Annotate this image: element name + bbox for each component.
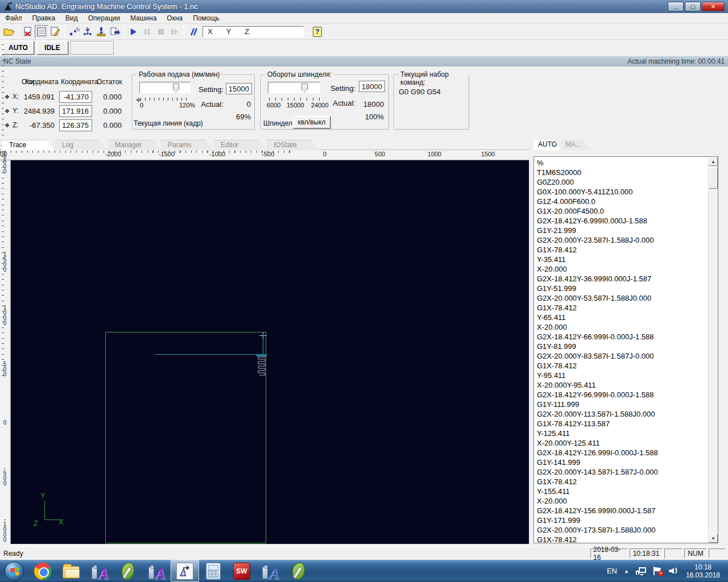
gcode-line[interactable]: G2X-20.000Y-83.587I-1.587J-0.000 xyxy=(534,351,708,361)
stop-icon[interactable] xyxy=(154,25,168,39)
axis-select-field[interactable]: X Y Z xyxy=(202,26,304,38)
help-icon[interactable] xyxy=(311,26,324,38)
gcode-line[interactable]: G2X-20.000Y-53.587I-1.588J0.000 xyxy=(534,293,708,303)
gcode-line[interactable]: G2X-18.412Y-156.999I0.000J-1.587 xyxy=(534,506,708,516)
auto-mode-button[interactable]: AUTO xyxy=(2,41,34,55)
calculator-icon[interactable] xyxy=(199,560,228,582)
gcode-line[interactable]: G1X-20.000F4500.0 xyxy=(534,206,708,216)
gcode-line[interactable]: G1X-78.412 xyxy=(534,477,708,487)
gcode-line[interactable]: G2X-20.000Y-143.587I-1.587J-0.000 xyxy=(534,467,708,477)
tab-auto[interactable]: AUTO xyxy=(533,140,561,150)
spindle-toggle-button[interactable]: квл/выкл xyxy=(293,116,330,128)
wireless-icon[interactable] xyxy=(67,25,81,39)
scrollbar-thumb[interactable] xyxy=(709,167,718,189)
gcode-line[interactable]: X-20.000Y-95.411 xyxy=(534,380,708,390)
maximize-button[interactable] xyxy=(685,2,701,11)
feed-slider-thumb[interactable] xyxy=(173,84,179,93)
idle-state-button[interactable]: IDLE xyxy=(36,41,68,55)
green-pen-app-icon-2[interactable] xyxy=(284,560,313,582)
simulate-icon[interactable] xyxy=(187,25,200,39)
scroll-up-icon[interactable] xyxy=(709,157,718,166)
windows-start-icon[interactable] xyxy=(0,560,28,582)
action-center-icon[interactable] xyxy=(653,567,662,575)
menu-item[interactable]: Помощь xyxy=(188,13,224,23)
menu-item[interactable]: Окна xyxy=(162,13,188,23)
gcode-line[interactable]: Y-95.411 xyxy=(534,371,708,380)
step-icon[interactable] xyxy=(168,25,181,39)
gcode-line[interactable]: X-20.000 xyxy=(534,264,708,274)
tool-origin-icon[interactable] xyxy=(94,25,108,39)
gcode-line[interactable]: X-20.000 xyxy=(534,496,708,506)
antenna-down-icon[interactable] xyxy=(81,25,94,39)
work-coord-x[interactable]: -41.370 xyxy=(59,91,92,103)
ncstudio-icon[interactable] xyxy=(171,560,199,582)
pause-icon[interactable] xyxy=(140,25,154,39)
cnc-app-purple-icon[interactable]: A xyxy=(85,560,114,582)
cnc-app-blue-icon[interactable]: A xyxy=(256,560,284,582)
green-pen-app-icon[interactable] xyxy=(114,560,142,582)
gcode-line[interactable]: G1X-78.412 xyxy=(534,245,708,255)
gcode-line[interactable]: G2X-18.412Y-126.999I-0.000J-1.588 xyxy=(534,448,708,458)
tray-expand-icon[interactable] xyxy=(624,568,629,574)
gcode-line[interactable]: Y-155.411 xyxy=(534,487,708,496)
gcode-line[interactable]: G0X-100.000Y-5.411Z10.000 xyxy=(534,187,708,197)
gcode-line[interactable]: G1Y-21.999 xyxy=(534,226,708,235)
gcode-line[interactable]: G1Z-4.000F600.0 xyxy=(534,197,708,206)
gcode-line[interactable]: T1M6S20000 xyxy=(534,168,708,177)
tab-trace[interactable]: Trace xyxy=(2,140,55,150)
tab-iostate[interactable]: IOState xyxy=(267,140,319,150)
gcode-line[interactable]: G1X-78.412 xyxy=(534,303,708,313)
gcode-line[interactable]: G1Y-51.999 xyxy=(534,284,708,293)
gcode-scrollbar[interactable] xyxy=(708,157,718,543)
gcode-line[interactable]: X-20.000Y-125.411 xyxy=(534,438,708,448)
tab-log[interactable]: Log xyxy=(55,140,107,150)
close-button[interactable] xyxy=(702,2,725,11)
menu-item[interactable]: Вид xyxy=(60,13,83,23)
gcode-line[interactable]: Y-35.411 xyxy=(534,255,708,264)
gcode-line[interactable]: G1Y-111.999 xyxy=(534,400,708,409)
gcode-line[interactable]: G2X-18.412Y-36.999I0.000J-1.587 xyxy=(534,274,708,284)
play-icon[interactable] xyxy=(127,25,140,39)
tab-params[interactable]: Params xyxy=(161,140,213,150)
work-coord-z[interactable]: 126.375 xyxy=(59,119,92,131)
gcode-line[interactable]: Y-65.411 xyxy=(534,313,708,322)
gcode-line[interactable]: % xyxy=(534,158,708,168)
network-icon[interactable] xyxy=(636,567,646,575)
tab-editor[interactable]: Editor xyxy=(214,140,266,150)
chrome-icon[interactable] xyxy=(28,560,57,582)
gcode-line[interactable]: G1Y-171.999 xyxy=(534,516,708,525)
file-explorer-icon[interactable] xyxy=(57,560,85,582)
view-list-icon[interactable] xyxy=(35,25,48,39)
language-indicator[interactable]: EN xyxy=(607,567,617,575)
spindle-setting-box[interactable]: 18000 xyxy=(359,81,385,92)
feed-setting-box[interactable]: 15000 xyxy=(226,83,252,94)
open-file-icon[interactable] xyxy=(2,25,16,39)
gcode-line[interactable]: G2X-20.000Y-113.587I-1.588J0.000 xyxy=(534,409,708,419)
menu-item[interactable]: Машина xyxy=(125,13,162,23)
cnc-app-purple-icon-2[interactable]: A xyxy=(142,560,171,582)
load-program-icon[interactable] xyxy=(108,25,122,39)
menu-item[interactable]: Файл xyxy=(0,13,27,23)
gcode-line[interactable]: Y-125.411 xyxy=(534,429,708,438)
spindle-slider[interactable] xyxy=(268,82,320,93)
tab-manager[interactable]: Manager xyxy=(108,140,160,150)
tab-manual[interactable]: MA... xyxy=(561,140,590,150)
gcode-line[interactable]: G1X-78.412 xyxy=(534,361,708,371)
volume-icon[interactable] xyxy=(669,567,679,575)
gcode-line[interactable]: X-20.000 xyxy=(534,322,708,332)
gcode-line[interactable]: G2X-18.412Y-66.999I-0.000J-1.588 xyxy=(534,332,708,342)
gcode-line[interactable]: G2X-20.000Y-173.587I-1.588J0.000 xyxy=(534,525,708,535)
work-coord-y[interactable]: 171.916 xyxy=(59,105,92,117)
gcode-line[interactable]: G2X-18.412Y-96.999I-0.000J-1.588 xyxy=(534,390,708,400)
menu-item[interactable]: Операции xyxy=(83,13,125,23)
feed-slider[interactable] xyxy=(139,82,191,93)
gcode-line[interactable]: G2X-18.412Y-6.999I0.000J-1.588 xyxy=(534,216,708,226)
close-file-icon[interactable] xyxy=(21,25,35,39)
solidworks-icon[interactable] xyxy=(228,560,256,582)
gcode-line[interactable]: G0Z20.000 xyxy=(534,177,708,187)
gcode-line[interactable]: G1Y-81.999 xyxy=(534,342,708,351)
minimize-button[interactable] xyxy=(668,2,684,11)
gcode-line[interactable]: G1X-78.412Y-113.587 xyxy=(534,419,708,429)
scroll-down-icon[interactable] xyxy=(709,534,718,543)
taskbar-clock[interactable]: 10:18 16.03.2018 xyxy=(686,563,723,579)
